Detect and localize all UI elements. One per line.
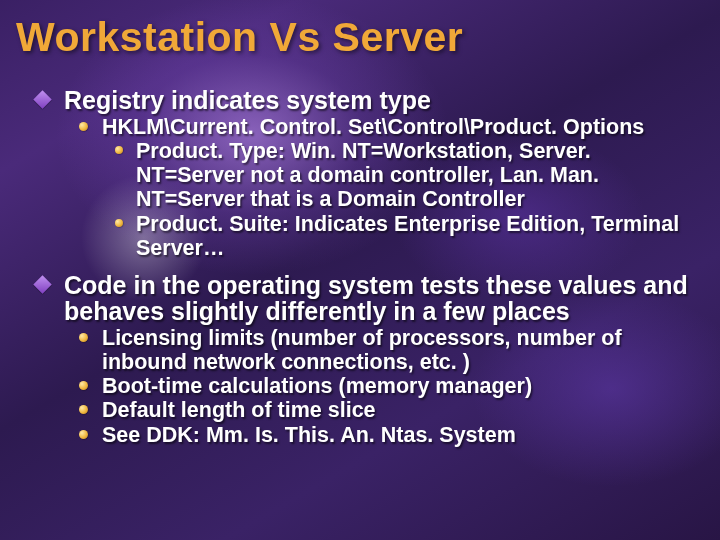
list-item: Code in the operating system tests these… <box>20 272 700 447</box>
bullet-list: Registry indicates system type HKLM\Curr… <box>20 87 700 447</box>
list-item: Licensing limits (number of processors, … <box>64 326 700 374</box>
slide-title: Workstation Vs Server <box>16 14 700 61</box>
disc-icon <box>64 326 102 374</box>
list-item: Default length of time slice <box>64 398 700 422</box>
list-item: Boot-time calculations (memory manager) <box>64 374 700 398</box>
list-item: HKLM\Current. Control. Set\Control\Produ… <box>64 115 700 259</box>
disc-icon <box>64 398 102 422</box>
item-text: Product. Suite: Indicates Enterprise Edi… <box>136 212 700 260</box>
diamond-icon <box>20 87 64 260</box>
item-text: HKLM\Current. Control. Set\Control\Produ… <box>102 115 700 139</box>
item-text: Registry indicates system type <box>64 87 700 113</box>
item-text: Licensing limits (number of processors, … <box>102 326 700 374</box>
disc-icon <box>102 212 136 260</box>
item-text: See DDK: Mm. Is. This. An. Ntas. System <box>102 423 700 447</box>
list-item: See DDK: Mm. Is. This. An. Ntas. System <box>64 423 700 447</box>
disc-icon <box>64 115 102 259</box>
item-text: Product. Type: Win. NT=Workstation, Serv… <box>136 139 700 211</box>
disc-icon <box>64 423 102 447</box>
item-text: Code in the operating system tests these… <box>64 272 700 325</box>
disc-icon <box>102 139 136 211</box>
item-text: Default length of time slice <box>102 398 700 422</box>
disc-icon <box>64 374 102 398</box>
list-item: Product. Type: Win. NT=Workstation, Serv… <box>102 139 700 211</box>
diamond-icon <box>20 272 64 447</box>
item-text: Boot-time calculations (memory manager) <box>102 374 700 398</box>
list-item: Product. Suite: Indicates Enterprise Edi… <box>102 212 700 260</box>
list-item: Registry indicates system type HKLM\Curr… <box>20 87 700 260</box>
